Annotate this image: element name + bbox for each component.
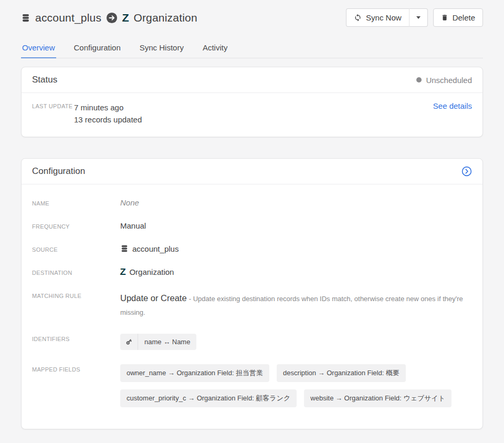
identifier-value: name ↔ Name: [138, 334, 196, 350]
sync-title: account_plus Z Organization: [21, 12, 197, 24]
mapped-field-value: description → Organization Field: 概要: [277, 364, 406, 382]
sync-now-label: Sync Now: [366, 13, 402, 22]
sync-now-button[interactable]: Sync Now: [346, 8, 409, 27]
mapped-field-value: owner_name → Organization Field: 担当営業: [120, 364, 269, 382]
page-header: account_plus Z Organization Sync No: [21, 8, 483, 27]
chevron-right-circle-icon: [461, 166, 472, 177]
configuration-open-button[interactable]: [461, 166, 472, 177]
identifier-chip: name ↔ Name: [120, 334, 196, 350]
frequency-label: FREQUENCY: [32, 221, 120, 230]
status-card-title: Status: [32, 75, 57, 85]
sync-now-split-button: Sync Now: [346, 8, 428, 27]
config-row-frequency: FREQUENCY Manual: [32, 221, 472, 230]
sync-icon: [354, 14, 362, 22]
source-label: SOURCE: [32, 244, 120, 253]
config-row-mapped-fields: MAPPED FIELDS owner_name → Organization …: [32, 364, 472, 407]
config-row-matching-rule: MATCHING RULE Update or Create - Update …: [32, 291, 472, 320]
database-icon: [21, 13, 30, 23]
see-details-link[interactable]: See details: [433, 101, 472, 110]
mapped-field-chip: description → Organization Field: 概要: [277, 364, 406, 382]
frequency-value: Manual: [120, 221, 146, 230]
mapped-fields: owner_name → Organization Field: 担当営業 de…: [120, 364, 452, 407]
zendesk-logo-icon: Z: [120, 267, 126, 276]
config-row-name: NAME None: [32, 198, 472, 207]
matching-rule-value: Update or Create: [120, 293, 187, 303]
name-value: None: [120, 198, 139, 207]
delete-label: Delete: [453, 13, 475, 22]
config-row-destination: DESTINATION Z Organization: [32, 267, 472, 276]
tab-sync-history[interactable]: Sync History: [139, 41, 185, 58]
matching-rule: Update or Create - Update existing desti…: [120, 291, 472, 320]
mapped-field-value: customer_priority_c → Organization Field…: [120, 389, 297, 407]
destination-value: Organization: [129, 267, 174, 276]
zendesk-logo-icon: Z: [122, 13, 129, 23]
matching-rule-label: MATCHING RULE: [32, 291, 120, 299]
source-value: account_plus: [132, 244, 178, 253]
configuration-card-title: Configuration: [32, 166, 85, 177]
source-entity: account_plus: [120, 244, 178, 253]
last-update-records: 13 records updated: [74, 114, 142, 126]
mapped-field-chip: owner_name → Organization Field: 担当営業: [120, 364, 269, 382]
identifiers-label: IDENTIFIERS: [32, 334, 120, 342]
tab-bar: Overview Configuration Sync History Acti…: [21, 41, 483, 58]
last-update-time: 7 minutes ago: [74, 101, 142, 114]
mapped-fields-row: owner_name → Organization Field: 担当営業 de…: [120, 364, 452, 382]
database-icon: [120, 244, 129, 253]
last-update-label: LAST UPDATE: [32, 101, 74, 109]
destination-entity: Z Organization: [120, 267, 174, 276]
mapped-fields-label: MAPPED FIELDS: [32, 364, 120, 373]
chevron-down-icon: [416, 16, 421, 19]
source-name: account_plus: [35, 12, 101, 24]
status-card: Status Unscheduled LAST UPDATE 7 minutes…: [21, 67, 483, 137]
destination-label: DESTINATION: [32, 267, 120, 276]
sync-options-dropdown-button[interactable]: [409, 8, 428, 27]
configuration-card-body: NAME None FREQUENCY Manual SOURCE: [22, 184, 482, 429]
configuration-card: Configuration NAME None FREQUENCY Manual: [21, 158, 483, 429]
status-badge-label: Unscheduled: [426, 76, 472, 85]
mapped-fields-row: customer_priority_c → Organization Field…: [120, 389, 452, 407]
status-dot-icon: [416, 77, 422, 83]
last-update-values: 7 minutes ago 13 records updated: [74, 101, 142, 126]
config-row-source: SOURCE account_plus: [32, 244, 472, 253]
mapped-field-chip: website → Organization Field: ウェブサイト: [304, 389, 452, 407]
header-actions: Sync Now Delete: [346, 8, 483, 27]
config-row-identifiers: IDENTIFIERS name ↔ Name: [32, 334, 472, 350]
page: account_plus Z Organization Sync No: [0, 0, 504, 443]
delete-button[interactable]: Delete: [433, 8, 483, 27]
tab-configuration[interactable]: Configuration: [73, 41, 122, 58]
configuration-card-header: Configuration: [22, 159, 482, 184]
destination-name: Organization: [133, 12, 197, 24]
status-badge: Unscheduled: [416, 76, 472, 85]
status-card-body: LAST UPDATE 7 minutes ago 13 records upd…: [22, 93, 482, 137]
trash-icon: [441, 14, 448, 22]
key-icon: [120, 334, 138, 350]
tab-activity[interactable]: Activity: [202, 41, 229, 58]
arrow-right-circle-icon: [106, 12, 118, 24]
name-label: NAME: [32, 198, 120, 207]
tab-overview[interactable]: Overview: [21, 41, 56, 58]
mapped-field-value: website → Organization Field: ウェブサイト: [304, 389, 452, 407]
status-card-header: Status Unscheduled: [22, 67, 482, 93]
mapped-field-chip: customer_priority_c → Organization Field…: [120, 389, 297, 407]
